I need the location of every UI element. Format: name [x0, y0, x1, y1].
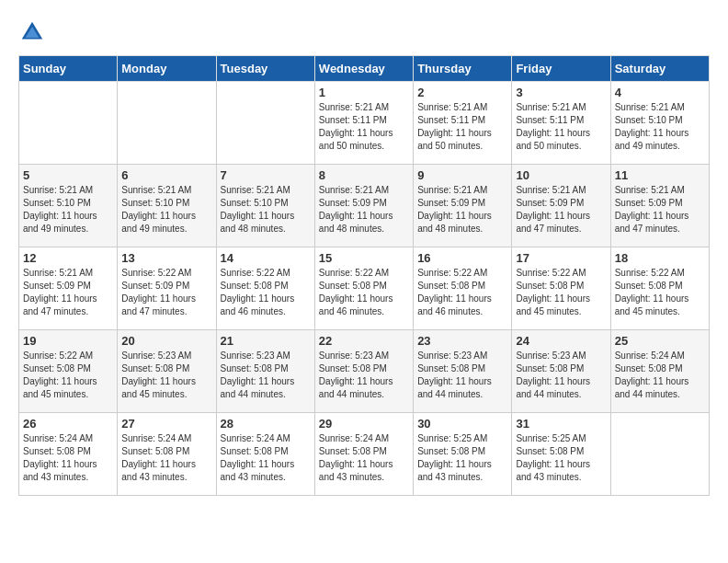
- header-wednesday: Wednesday: [314, 56, 413, 82]
- week-row-2: 5Sunrise: 5:21 AM Sunset: 5:10 PM Daylig…: [19, 165, 710, 247]
- header-sunday: Sunday: [19, 56, 118, 82]
- day-cell: 31Sunrise: 5:25 AM Sunset: 5:08 PM Dayli…: [512, 413, 610, 496]
- day-cell: 8Sunrise: 5:21 AM Sunset: 5:09 PM Daylig…: [314, 165, 413, 247]
- header-friday: Friday: [512, 56, 610, 82]
- day-info: Sunrise: 5:23 AM Sunset: 5:08 PM Dayligh…: [121, 350, 211, 401]
- day-number: 6: [121, 168, 211, 182]
- day-number: 3: [516, 86, 606, 99]
- day-cell: [19, 82, 118, 165]
- day-cell: 21Sunrise: 5:23 AM Sunset: 5:08 PM Dayli…: [216, 330, 314, 413]
- day-info: Sunrise: 5:21 AM Sunset: 5:10 PM Dayligh…: [121, 184, 211, 236]
- day-cell: 30Sunrise: 5:25 AM Sunset: 5:08 PM Dayli…: [414, 413, 512, 496]
- day-info: Sunrise: 5:22 AM Sunset: 5:08 PM Dayligh…: [319, 267, 409, 318]
- page-header: [18, 18, 710, 46]
- day-cell: 27Sunrise: 5:24 AM Sunset: 5:08 PM Dayli…: [118, 413, 216, 496]
- day-cell: 12Sunrise: 5:21 AM Sunset: 5:09 PM Dayli…: [19, 247, 118, 330]
- week-row-5: 26Sunrise: 5:24 AM Sunset: 5:08 PM Dayli…: [19, 413, 710, 496]
- day-info: Sunrise: 5:23 AM Sunset: 5:08 PM Dayligh…: [221, 350, 311, 401]
- day-number: 7: [221, 168, 311, 182]
- day-number: 18: [615, 251, 705, 265]
- day-number: 15: [319, 251, 409, 265]
- week-row-3: 12Sunrise: 5:21 AM Sunset: 5:09 PM Dayli…: [19, 247, 710, 330]
- day-cell: 14Sunrise: 5:22 AM Sunset: 5:08 PM Dayli…: [216, 247, 314, 330]
- day-cell: 4Sunrise: 5:21 AM Sunset: 5:10 PM Daylig…: [610, 82, 709, 165]
- day-cell: 5Sunrise: 5:21 AM Sunset: 5:10 PM Daylig…: [19, 165, 118, 247]
- day-cell: 24Sunrise: 5:23 AM Sunset: 5:08 PM Dayli…: [512, 330, 610, 413]
- day-info: Sunrise: 5:21 AM Sunset: 5:09 PM Dayligh…: [23, 267, 113, 318]
- day-cell: 13Sunrise: 5:22 AM Sunset: 5:09 PM Dayli…: [118, 247, 216, 330]
- day-info: Sunrise: 5:22 AM Sunset: 5:08 PM Dayligh…: [221, 267, 311, 318]
- day-number: 26: [23, 417, 113, 431]
- day-number: 23: [417, 334, 507, 348]
- day-number: 20: [121, 334, 211, 348]
- day-cell: 1Sunrise: 5:21 AM Sunset: 5:11 PM Daylig…: [314, 82, 413, 165]
- day-info: Sunrise: 5:21 AM Sunset: 5:10 PM Dayligh…: [23, 184, 113, 236]
- day-cell: [610, 413, 709, 496]
- day-number: 31: [516, 417, 606, 431]
- day-number: 17: [516, 251, 606, 265]
- day-number: 13: [121, 251, 211, 265]
- day-cell: 6Sunrise: 5:21 AM Sunset: 5:10 PM Daylig…: [118, 165, 216, 247]
- calendar: SundayMondayTuesdayWednesdayThursdayFrid…: [18, 55, 710, 496]
- day-info: Sunrise: 5:21 AM Sunset: 5:10 PM Dayligh…: [221, 184, 311, 236]
- day-info: Sunrise: 5:21 AM Sunset: 5:10 PM Dayligh…: [615, 101, 705, 153]
- day-number: 11: [615, 168, 705, 182]
- day-cell: 15Sunrise: 5:22 AM Sunset: 5:08 PM Dayli…: [314, 247, 413, 330]
- day-cell: 2Sunrise: 5:21 AM Sunset: 5:11 PM Daylig…: [414, 82, 512, 165]
- day-cell: 26Sunrise: 5:24 AM Sunset: 5:08 PM Dayli…: [19, 413, 118, 496]
- logo: [18, 18, 50, 46]
- day-number: 19: [23, 334, 113, 348]
- day-cell: 29Sunrise: 5:24 AM Sunset: 5:08 PM Dayli…: [314, 413, 413, 496]
- day-number: 29: [319, 417, 409, 431]
- day-number: 4: [615, 86, 705, 99]
- header-saturday: Saturday: [610, 56, 709, 82]
- day-info: Sunrise: 5:22 AM Sunset: 5:09 PM Dayligh…: [121, 267, 211, 318]
- week-row-1: 1Sunrise: 5:21 AM Sunset: 5:11 PM Daylig…: [19, 82, 710, 165]
- header-tuesday: Tuesday: [216, 56, 314, 82]
- day-info: Sunrise: 5:22 AM Sunset: 5:08 PM Dayligh…: [615, 267, 705, 318]
- day-info: Sunrise: 5:22 AM Sunset: 5:08 PM Dayligh…: [23, 350, 113, 401]
- calendar-header-row: SundayMondayTuesdayWednesdayThursdayFrid…: [19, 56, 710, 82]
- day-info: Sunrise: 5:23 AM Sunset: 5:08 PM Dayligh…: [516, 350, 606, 401]
- day-number: 9: [417, 168, 507, 182]
- day-info: Sunrise: 5:22 AM Sunset: 5:08 PM Dayligh…: [516, 267, 606, 318]
- day-info: Sunrise: 5:21 AM Sunset: 5:09 PM Dayligh…: [319, 184, 409, 236]
- day-number: 22: [319, 334, 409, 348]
- day-info: Sunrise: 5:21 AM Sunset: 5:11 PM Dayligh…: [319, 101, 409, 153]
- day-info: Sunrise: 5:21 AM Sunset: 5:11 PM Dayligh…: [516, 101, 606, 153]
- day-number: 10: [516, 168, 606, 182]
- day-info: Sunrise: 5:23 AM Sunset: 5:08 PM Dayligh…: [319, 350, 409, 401]
- day-number: 27: [121, 417, 211, 431]
- day-cell: 20Sunrise: 5:23 AM Sunset: 5:08 PM Dayli…: [118, 330, 216, 413]
- day-cell: 28Sunrise: 5:24 AM Sunset: 5:08 PM Dayli…: [216, 413, 314, 496]
- day-number: 1: [319, 86, 409, 99]
- header-thursday: Thursday: [414, 56, 512, 82]
- day-cell: 11Sunrise: 5:21 AM Sunset: 5:09 PM Dayli…: [610, 165, 709, 247]
- day-cell: 10Sunrise: 5:21 AM Sunset: 5:09 PM Dayli…: [512, 165, 610, 247]
- day-number: 30: [417, 417, 507, 431]
- day-info: Sunrise: 5:24 AM Sunset: 5:08 PM Dayligh…: [221, 432, 311, 484]
- day-info: Sunrise: 5:21 AM Sunset: 5:11 PM Dayligh…: [417, 101, 507, 153]
- day-cell: 19Sunrise: 5:22 AM Sunset: 5:08 PM Dayli…: [19, 330, 118, 413]
- day-info: Sunrise: 5:24 AM Sunset: 5:08 PM Dayligh…: [121, 432, 211, 484]
- day-cell: 25Sunrise: 5:24 AM Sunset: 5:08 PM Dayli…: [610, 330, 709, 413]
- day-info: Sunrise: 5:25 AM Sunset: 5:08 PM Dayligh…: [417, 432, 507, 484]
- day-cell: 9Sunrise: 5:21 AM Sunset: 5:09 PM Daylig…: [414, 165, 512, 247]
- day-cell: 3Sunrise: 5:21 AM Sunset: 5:11 PM Daylig…: [512, 82, 610, 165]
- day-number: 8: [319, 168, 409, 182]
- day-info: Sunrise: 5:24 AM Sunset: 5:08 PM Dayligh…: [319, 432, 409, 484]
- day-number: 24: [516, 334, 606, 348]
- day-info: Sunrise: 5:23 AM Sunset: 5:08 PM Dayligh…: [417, 350, 507, 401]
- day-cell: [216, 82, 314, 165]
- day-info: Sunrise: 5:24 AM Sunset: 5:08 PM Dayligh…: [615, 350, 705, 401]
- logo-icon: [18, 18, 46, 46]
- day-info: Sunrise: 5:22 AM Sunset: 5:08 PM Dayligh…: [417, 267, 507, 318]
- day-number: 28: [221, 417, 311, 431]
- header-monday: Monday: [118, 56, 216, 82]
- day-info: Sunrise: 5:21 AM Sunset: 5:09 PM Dayligh…: [615, 184, 705, 236]
- day-number: 25: [615, 334, 705, 348]
- day-number: 21: [221, 334, 311, 348]
- day-info: Sunrise: 5:21 AM Sunset: 5:09 PM Dayligh…: [417, 184, 507, 236]
- day-info: Sunrise: 5:24 AM Sunset: 5:08 PM Dayligh…: [23, 432, 113, 484]
- day-number: 5: [23, 168, 113, 182]
